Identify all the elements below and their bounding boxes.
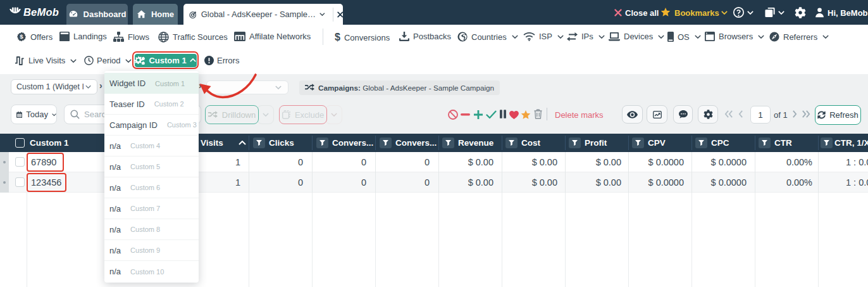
svg-text:$: $ — [20, 33, 23, 40]
